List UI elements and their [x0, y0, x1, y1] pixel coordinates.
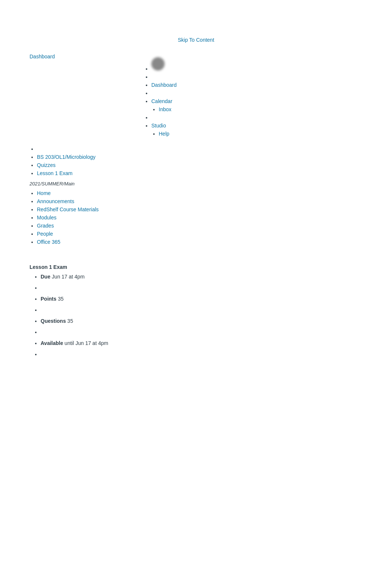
empty-item-3: [151, 114, 177, 120]
exam-questions-value: 35: [67, 318, 73, 324]
nav-help-item[interactable]: Help: [159, 131, 177, 137]
modules-nav-item[interactable]: Modules: [37, 215, 99, 220]
skip-to-content-link[interactable]: Skip To Content: [178, 37, 214, 43]
exam-questions-label: Questions: [41, 318, 66, 324]
exam-empty-1: [41, 285, 108, 291]
grades-nav-link[interactable]: Grades: [37, 223, 54, 229]
exam-section: Lesson 1 Exam Due Jun 17 at 4pm Points 3…: [30, 264, 108, 362]
empty-item-2: [151, 90, 177, 96]
nav-inbox-item[interactable]: Inbox: [159, 106, 177, 112]
office365-nav-item[interactable]: Office 365: [37, 239, 99, 245]
quizzes-link[interactable]: Quizzes: [37, 162, 56, 168]
exam-points-label: Points: [41, 296, 56, 302]
course-link[interactable]: BS 203/OL1/Microbiology: [37, 154, 96, 160]
nav-dashboard-item[interactable]: Dashboard: [151, 82, 177, 88]
dashboard-top-link[interactable]: Dashboard: [30, 54, 55, 59]
nav-inbox-link[interactable]: Inbox: [159, 106, 171, 112]
redshelf-nav-item[interactable]: RedShelf Course Materials: [37, 206, 99, 212]
exam-available-label: Available: [41, 340, 63, 346]
lesson1-exam-link[interactable]: Lesson 1 Exam: [37, 170, 73, 176]
nav-dashboard-link[interactable]: Dashboard: [151, 82, 177, 88]
empty-item-1: [151, 74, 177, 80]
office365-nav-link[interactable]: Office 365: [37, 239, 61, 245]
exam-empty-2: [41, 307, 108, 313]
exam-empty-4: [41, 351, 108, 357]
redshelf-nav-link[interactable]: RedShelf Course Materials: [37, 206, 99, 212]
nav-calendar-item[interactable]: Calendar: [151, 98, 177, 104]
empty-breadcrumb: [37, 146, 96, 152]
exam-title: Lesson 1 Exam: [30, 264, 108, 270]
avatar-item: [151, 57, 177, 72]
announcements-nav-item[interactable]: Announcements: [37, 198, 99, 204]
exam-due-item: Due Jun 17 at 4pm: [41, 274, 108, 280]
left-navigation: BS 203/OL1/Microbiology Quizzes Lesson 1…: [30, 146, 96, 178]
user-avatar[interactable]: [151, 57, 165, 71]
lesson1-exam-link-item[interactable]: Lesson 1 Exam: [37, 170, 96, 176]
exam-due-label: Due: [41, 274, 50, 280]
course-link-item[interactable]: BS 203/OL1/Microbiology: [37, 154, 96, 160]
right-navigation: Dashboard Calendar Inbox Studio Help: [144, 57, 177, 139]
grades-nav-item[interactable]: Grades: [37, 223, 99, 229]
exam-points-value: 35: [58, 296, 64, 302]
nav-studio-link[interactable]: Studio: [151, 123, 166, 129]
home-nav-link[interactable]: Home: [37, 190, 51, 196]
people-nav-link[interactable]: People: [37, 231, 53, 237]
exam-available-item: Available until Jun 17 at 4pm: [41, 340, 108, 346]
home-nav-item[interactable]: Home: [37, 190, 99, 196]
nav-calendar-link[interactable]: Calendar: [151, 98, 172, 104]
exam-points-item: Points 35: [41, 296, 108, 302]
exam-due-value: Jun 17 at 4pm: [52, 274, 85, 280]
people-nav-item[interactable]: People: [37, 231, 99, 237]
exam-available-value: until Jun 17 at 4pm: [65, 340, 108, 346]
course-path: 2021/SUMMER/Main: [30, 181, 99, 187]
quizzes-link-item[interactable]: Quizzes: [37, 162, 96, 168]
course-navigation: 2021/SUMMER/Main Home Announcements RedS…: [30, 181, 99, 247]
exam-empty-3: [41, 329, 108, 335]
modules-nav-link[interactable]: Modules: [37, 215, 56, 220]
nav-help-link[interactable]: Help: [159, 131, 169, 137]
exam-questions-item: Questions 35: [41, 318, 108, 324]
nav-studio-item[interactable]: Studio: [151, 123, 177, 129]
announcements-nav-link[interactable]: Announcements: [37, 198, 74, 204]
